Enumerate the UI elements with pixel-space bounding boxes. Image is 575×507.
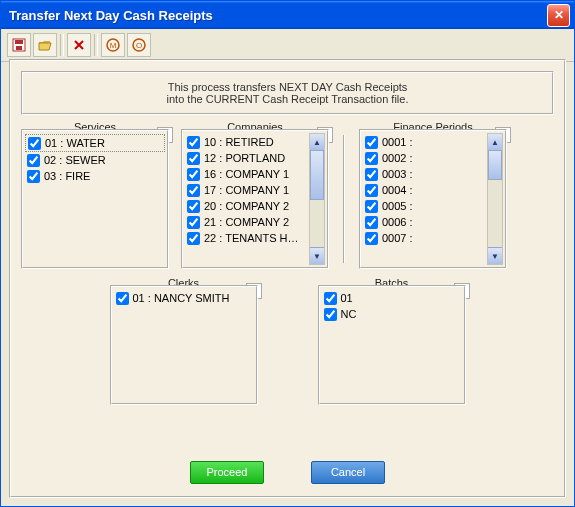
services-panel: Services 01 : WATER 02 : SEWER 03 : FIRE	[21, 129, 169, 269]
list-item[interactable]: 10 : RETIRED	[185, 134, 309, 150]
bottom-panels-row: Clerks 01 : NANCY SMITH Batchs 01 NC	[21, 285, 554, 405]
list-item[interactable]: 01 : NANCY SMITH	[114, 290, 254, 306]
item-checkbox[interactable]	[365, 168, 378, 181]
circle-m-icon: M	[106, 38, 120, 52]
finance-periods-panel: Finance Periods 0001 : 0002 : 0003 : 000…	[359, 129, 507, 269]
item-label: 0003 :	[382, 168, 413, 180]
list-item[interactable]: 03 : FIRE	[25, 168, 165, 184]
finance-periods-scrollbar[interactable]: ▲ ▼	[487, 133, 503, 265]
item-checkbox[interactable]	[365, 232, 378, 245]
item-checkbox[interactable]	[187, 184, 200, 197]
list-item[interactable]: 0006 :	[363, 214, 487, 230]
scroll-up-icon[interactable]: ▲	[310, 134, 324, 151]
content-area: This process transfers NEXT DAY Cash Rec…	[9, 59, 566, 498]
list-item[interactable]: 01 : WATER	[25, 134, 165, 152]
save-icon	[12, 38, 26, 52]
top-panels-row: Services 01 : WATER 02 : SEWER 03 : FIRE…	[21, 129, 554, 269]
banner-line2: into the CURRENT Cash Receipt Transactio…	[31, 93, 544, 105]
list-item[interactable]: 16 : COMPANY 1	[185, 166, 309, 182]
list-item[interactable]: 0001 :	[363, 134, 487, 150]
companies-scrollbar[interactable]: ▲ ▼	[309, 133, 325, 265]
list-item[interactable]: NC	[322, 306, 462, 322]
toolbar-delete-button[interactable]	[67, 33, 91, 57]
item-label: 12 : PORTLAND	[204, 152, 285, 164]
proceed-button[interactable]: Proceed	[190, 461, 264, 484]
item-checkbox[interactable]	[27, 170, 40, 183]
list-item[interactable]: 0005 :	[363, 198, 487, 214]
item-checkbox[interactable]	[365, 200, 378, 213]
item-checkbox[interactable]	[187, 168, 200, 181]
item-label: 01 : NANCY SMITH	[133, 292, 230, 304]
item-checkbox[interactable]	[365, 184, 378, 197]
item-label: 02 : SEWER	[44, 154, 106, 166]
svg-text:O: O	[136, 41, 142, 50]
list-item[interactable]: 17 : COMPANY 1	[185, 182, 309, 198]
svg-text:M: M	[110, 41, 117, 50]
list-item[interactable]: 0004 :	[363, 182, 487, 198]
close-button[interactable]: ✕	[547, 4, 570, 27]
item-label: 0007 :	[382, 232, 413, 244]
toolbar-separator	[94, 34, 98, 56]
item-label: 20 : COMPANY 2	[204, 200, 289, 212]
item-checkbox[interactable]	[187, 152, 200, 165]
list-item[interactable]: 0007 :	[363, 230, 487, 246]
list-item[interactable]: 21 : COMPANY 2	[185, 214, 309, 230]
item-checkbox[interactable]	[187, 200, 200, 213]
list-item[interactable]: 0002 :	[363, 150, 487, 166]
services-list[interactable]: 01 : WATER 02 : SEWER 03 : FIRE	[21, 129, 169, 269]
toolbar-save-button[interactable]	[7, 33, 31, 57]
svg-rect-1	[15, 40, 23, 44]
list-item[interactable]: 20 : COMPANY 2	[185, 198, 309, 214]
item-checkbox[interactable]	[116, 292, 129, 305]
batches-list[interactable]: 01 NC	[318, 285, 466, 405]
vertical-separator	[343, 135, 345, 263]
scroll-thumb[interactable]	[488, 150, 502, 180]
item-checkbox[interactable]	[187, 136, 200, 149]
list-item[interactable]: 02 : SEWER	[25, 152, 165, 168]
item-checkbox[interactable]	[187, 232, 200, 245]
finance-periods-list[interactable]: 0001 : 0002 : 0003 : 0004 : 0005 : 0006 …	[359, 129, 507, 269]
item-checkbox[interactable]	[28, 137, 41, 150]
item-checkbox[interactable]	[365, 216, 378, 229]
item-label: 01 : WATER	[45, 137, 105, 149]
open-folder-icon	[38, 38, 52, 52]
item-label: 22 : TENANTS H…	[204, 232, 299, 244]
item-label: 21 : COMPANY 2	[204, 216, 289, 228]
window-title: Transfer Next Day Cash Receipts	[9, 8, 547, 23]
toolbar-action-o-button[interactable]: O	[127, 33, 151, 57]
item-checkbox[interactable]	[365, 152, 378, 165]
list-item[interactable]: 01	[322, 290, 462, 306]
toolbar-open-button[interactable]	[33, 33, 57, 57]
delete-x-icon	[72, 38, 86, 52]
title-bar: Transfer Next Day Cash Receipts ✕	[1, 1, 574, 29]
item-label: 03 : FIRE	[44, 170, 90, 182]
button-row: Proceed Cancel	[11, 461, 564, 484]
item-checkbox[interactable]	[324, 308, 337, 321]
scroll-down-icon[interactable]: ▼	[310, 247, 324, 264]
item-checkbox[interactable]	[324, 292, 337, 305]
item-label: 01	[341, 292, 353, 304]
companies-panel: Companies 10 : RETIRED 12 : PORTLAND 16 …	[181, 129, 329, 269]
scroll-thumb[interactable]	[310, 150, 324, 200]
item-label: 0004 :	[382, 184, 413, 196]
window-frame: Transfer Next Day Cash Receipts ✕ M O Th…	[0, 0, 575, 507]
svg-rect-2	[16, 46, 22, 50]
list-item[interactable]: 12 : PORTLAND	[185, 150, 309, 166]
item-label: 0001 :	[382, 136, 413, 148]
toolbar: M O	[1, 29, 574, 62]
clerks-list[interactable]: 01 : NANCY SMITH	[110, 285, 258, 405]
scroll-up-icon[interactable]: ▲	[488, 134, 502, 151]
item-checkbox[interactable]	[187, 216, 200, 229]
item-checkbox[interactable]	[27, 154, 40, 167]
toolbar-action-m-button[interactable]: M	[101, 33, 125, 57]
companies-list[interactable]: 10 : RETIRED 12 : PORTLAND 16 : COMPANY …	[181, 129, 329, 269]
scroll-down-icon[interactable]: ▼	[488, 247, 502, 264]
item-label: 0006 :	[382, 216, 413, 228]
cancel-button[interactable]: Cancel	[311, 461, 385, 484]
list-item[interactable]: 22 : TENANTS H…	[185, 230, 309, 246]
batches-panel: Batchs 01 NC	[318, 285, 466, 405]
item-label: 0002 :	[382, 152, 413, 164]
item-checkbox[interactable]	[365, 136, 378, 149]
item-label: 0005 :	[382, 200, 413, 212]
list-item[interactable]: 0003 :	[363, 166, 487, 182]
